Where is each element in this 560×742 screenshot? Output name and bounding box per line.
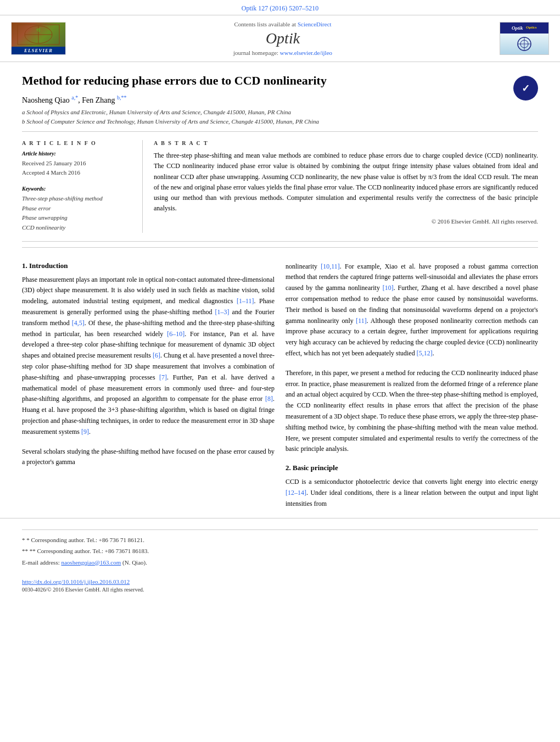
email-label: E-mail address: <box>22 559 60 566</box>
received-date: Received 25 January 2016 <box>22 159 131 168</box>
keywords-list: Three-step phase-shifting method Phase e… <box>22 194 131 232</box>
right-column: nonlinearity [10,11]. For example, Xiao … <box>285 261 538 510</box>
svg-text:Optik: Optik <box>512 25 523 31</box>
journal-info: Contents lists available at ScienceDirec… <box>66 21 500 56</box>
elsevier-logo-image: 🌿 <box>12 23 65 47</box>
optik-logo-label: Optik Optics <box>511 23 538 33</box>
journal-header: 🌿 ELSEVIER Contents lists available at S… <box>0 15 560 62</box>
abstract-text: The three-step phase-shifting and mean v… <box>154 150 538 214</box>
svg-text:🌿: 🌿 <box>36 27 41 32</box>
homepage-label: journal homepage: <box>233 49 278 56</box>
issn-line: 0030-4026/© 2016 Elsevier GmbH. All righ… <box>22 587 538 593</box>
article-info-heading: A R T I C L E I N F O <box>22 140 131 146</box>
contents-label: Contents lists available at <box>234 21 296 27</box>
elsevier-logo: 🌿 ELSEVIER <box>11 22 66 55</box>
homepage-line: journal homepage: www.elsevier.de/ijleo <box>66 49 500 56</box>
section-divider <box>22 247 538 248</box>
keywords-label: Keywords: <box>22 186 131 192</box>
contents-available: Contents lists available at ScienceDirec… <box>66 21 500 27</box>
article-info: A R T I C L E I N F O Article history: R… <box>22 140 143 232</box>
affiliation-a: a School of Physics and Electronic, Huna… <box>22 108 508 117</box>
crossmark-logo: ✓ <box>513 76 538 101</box>
accepted-date: Accepted 4 March 2016 <box>22 168 131 177</box>
section1-number: 1. <box>22 261 27 270</box>
footnote1-text: * Corresponding author. Tel.: +86 736 71… <box>26 537 144 543</box>
doi-link[interactable]: http://dx.doi.org/10.1016/j.ijleo.2016.0… <box>22 578 538 585</box>
footer-section: * * Corresponding author. Tel.: +86 736 … <box>0 518 560 599</box>
section2-title: Basic principle <box>293 464 338 472</box>
article-title: Method for reducing phase errors due to … <box>22 73 508 89</box>
section2-text: CCD is a semiconductor photoelectric dev… <box>285 477 538 509</box>
section1-paragraph2: Several scholars studying the phase-shif… <box>22 447 275 468</box>
keyword-3: Phase unwrapping <box>22 213 131 223</box>
footer-divider <box>22 529 538 530</box>
optik-logo-image <box>500 34 548 54</box>
email-link[interactable]: naoshengqiao@163.com <box>61 559 121 566</box>
crossmark-icon: ✓ <box>522 82 530 94</box>
section2-number: 2. <box>285 464 291 472</box>
sciencedirect-link[interactable]: ScienceDirect <box>298 21 332 27</box>
abstract-heading: A B S T R A C T <box>154 140 538 146</box>
optik-logo-top: Optik Optics <box>500 23 548 34</box>
main-body: 1. Introduction Phase measurement plays … <box>22 253 538 518</box>
abstract-section: A B S T R A C T The three-step phase-shi… <box>154 140 538 232</box>
svg-text:Optics: Optics <box>526 25 537 30</box>
authors: Naosheng Qiao a,*, Fen Zhang b,** <box>22 94 508 105</box>
keyword-2: Phase error <box>22 204 131 214</box>
info-section: A R T I C L E I N F O Article history: R… <box>22 132 538 241</box>
section2-heading: 2. Basic principle <box>285 464 538 472</box>
elsevier-wordmark: ELSEVIER <box>12 47 65 54</box>
optik-logo: Optik Optics <box>500 22 549 55</box>
keyword-1: Three-step phase-shifting method <box>22 194 131 204</box>
keyword-4: CCD nonlinearity <box>22 223 131 233</box>
affiliations: a School of Physics and Electronic, Huna… <box>22 108 508 126</box>
article-history-label: Article history: <box>22 150 131 157</box>
copyright-line: © 2016 Elsevier GmbH. All rights reserve… <box>154 218 538 225</box>
section1-paragraph1: Phase measurement plays an important rol… <box>22 275 275 438</box>
section1-heading: 1. Introduction <box>22 261 275 270</box>
journal-citation: Optik 127 (2016) 5207–5210 <box>0 0 560 15</box>
article-content: Method for reducing phase errors due to … <box>0 62 560 518</box>
footnote-1: * * Corresponding author. Tel.: +86 736 … <box>22 535 538 545</box>
left-column: 1. Introduction Phase measurement plays … <box>22 261 275 510</box>
footnote2-text: ** Corresponding author. Tel.: +86 73671… <box>30 548 149 554</box>
doi-url[interactable]: http://dx.doi.org/10.1016/j.ijleo.2016.0… <box>22 578 130 585</box>
section1-title: Introduction <box>29 261 68 270</box>
section1-right-paragraph1: nonlinearity [10,11]. For example, Xiao … <box>285 261 538 359</box>
article-title-section: Method for reducing phase errors due to … <box>22 62 538 132</box>
section1-right-paragraph2: Therefore, in this paper, we present a m… <box>285 368 538 455</box>
journal-title: Optik <box>66 30 500 47</box>
citation-text: Optik 127 (2016) 5207–5210 <box>242 4 318 12</box>
footnote-2: ** ** Corresponding author. Tel.: +86 73… <box>22 546 538 556</box>
homepage-link[interactable]: www.elsevier.de/ijleo <box>280 49 332 56</box>
article-title-block: Method for reducing phase errors due to … <box>22 73 508 126</box>
email-footnote: E-mail address: naoshengqiao@163.com (N.… <box>22 558 538 568</box>
affiliation-b: b School of Computer Science and Technol… <box>22 117 508 126</box>
email-note: (N. Qiao). <box>122 559 147 566</box>
